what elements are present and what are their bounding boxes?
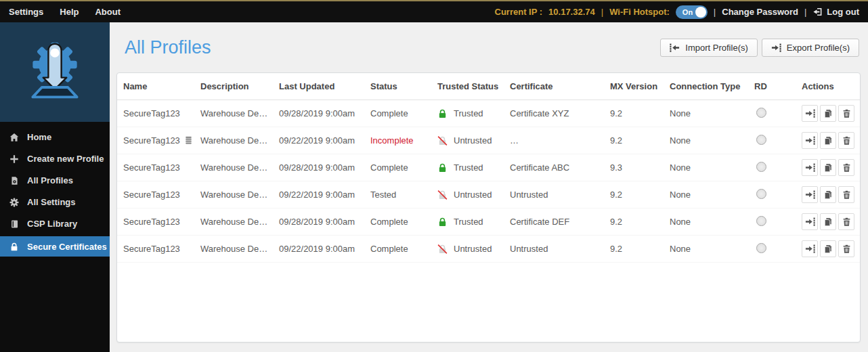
import-button-label: Import Profile(s) xyxy=(685,43,747,53)
rd-radio[interactable] xyxy=(756,108,766,118)
export-icon xyxy=(805,135,815,146)
cell-actions xyxy=(802,105,860,122)
sidebar-item-label: Secure Certificates xyxy=(27,242,107,252)
row-delete-button[interactable] xyxy=(838,213,854,230)
page-title: All Profiles xyxy=(125,37,211,58)
change-password-link[interactable]: Change Password xyxy=(722,7,798,17)
cell-connection-type: None xyxy=(670,244,754,254)
export-icon xyxy=(805,244,815,254)
current-ip-label: Current IP : xyxy=(495,7,543,17)
export-button-label: Export Profile(s) xyxy=(787,43,850,53)
gear-icon xyxy=(9,198,20,207)
row-delete-button[interactable] xyxy=(838,159,854,176)
import-icon xyxy=(670,43,680,53)
cell-connection-type: None xyxy=(670,108,754,118)
lock-trusted-icon xyxy=(437,217,448,227)
row-delete-button[interactable] xyxy=(838,132,854,149)
cell-trusted-status: Untrusted xyxy=(437,135,510,146)
row-export-button[interactable] xyxy=(802,132,818,149)
rd-radio[interactable] xyxy=(756,216,766,226)
row-copy-button[interactable] xyxy=(820,213,836,230)
row-export-button[interactable] xyxy=(802,186,818,203)
main-content: All Profiles Import Profile(s) Export Pr… xyxy=(110,22,868,352)
table-row[interactable]: SecureTag123 Warehouse De… 09/28/2019 9:… xyxy=(117,208,860,236)
cell-status: Complete xyxy=(370,108,437,118)
table-row[interactable]: SecureTag123 Warehouse De… 09/28/2019 9:… xyxy=(117,154,860,181)
row-export-button[interactable] xyxy=(802,105,818,122)
row-copy-button[interactable] xyxy=(820,240,836,257)
row-copy-button[interactable] xyxy=(820,132,836,149)
sidebar-item-create-new-profile[interactable]: Create new Profile xyxy=(0,150,110,168)
import-profiles-button[interactable]: Import Profile(s) xyxy=(660,39,757,57)
row-export-button[interactable] xyxy=(802,159,818,176)
cell-rd xyxy=(754,189,802,201)
column-header-connection-type: Connection Type xyxy=(670,81,754,91)
sidebar-item-home[interactable]: Home xyxy=(0,128,110,146)
cell-certificate: Certificate XYZ xyxy=(510,108,610,118)
cell-certificate: Certificate ABC xyxy=(510,162,610,173)
wifi-toggle[interactable]: On xyxy=(676,5,708,19)
sidebar: Home Create new Profile All Profiles All… xyxy=(0,22,110,352)
copy-icon xyxy=(823,136,833,146)
cell-rd xyxy=(754,162,802,174)
lock-trusted-icon xyxy=(437,108,448,119)
cell-trusted-status: Trusted xyxy=(437,217,510,227)
row-copy-button[interactable] xyxy=(820,186,836,203)
cell-name: SecureTag123 xyxy=(123,162,200,173)
lock-trusted-icon xyxy=(437,162,448,173)
menu-settings[interactable]: Settings xyxy=(9,7,43,17)
menu-help[interactable]: Help xyxy=(60,7,79,17)
row-copy-button[interactable] xyxy=(820,105,836,122)
logout-link[interactable]: Log out xyxy=(812,7,859,17)
sidebar-item-secure-certificates[interactable]: Secure Certificates xyxy=(0,236,110,257)
row-delete-button[interactable] xyxy=(838,240,854,257)
cell-status: Complete xyxy=(370,162,437,173)
row-copy-button[interactable] xyxy=(820,159,836,176)
topbar-status: Current IP : 10.17.32.74 | Wi-Fi Hotspot… xyxy=(495,5,868,19)
column-header-mx-version: MX Version xyxy=(610,81,670,91)
row-delete-button[interactable] xyxy=(838,105,854,122)
column-header-rd: RD xyxy=(754,81,802,91)
copy-icon xyxy=(823,244,833,254)
export-icon xyxy=(771,43,781,53)
sidebar-item-all-settings[interactable]: All Settings xyxy=(0,193,110,211)
cell-certificate: Certificate DEF xyxy=(510,217,610,227)
row-export-button[interactable] xyxy=(802,240,818,257)
cell-mx-version: 9.2 xyxy=(610,217,670,227)
export-profiles-button[interactable]: Export Profile(s) xyxy=(762,39,859,57)
menu-about[interactable]: About xyxy=(95,7,121,17)
row-export-button[interactable] xyxy=(802,213,818,230)
rd-radio[interactable] xyxy=(756,135,766,145)
separator: | xyxy=(714,7,716,17)
lock-untrusted-icon xyxy=(437,135,448,146)
plus-icon xyxy=(9,154,20,164)
cell-certificate: … xyxy=(510,135,610,146)
table-row[interactable]: SecureTag123 Warehouse De… 09/22/2019 9:… xyxy=(117,236,860,263)
table-row[interactable]: SecureTag123 Warehouse De… 09/28/2019 9:… xyxy=(117,100,860,127)
rd-radio[interactable] xyxy=(756,243,766,253)
table-row[interactable]: SecureTag123 Warehouse De… 09/22/2019 9:… xyxy=(117,127,860,154)
rd-radio[interactable] xyxy=(756,162,766,172)
trash-icon xyxy=(842,217,851,227)
export-icon xyxy=(805,217,815,227)
sidebar-item-all-profiles[interactable]: All Profiles xyxy=(0,171,110,190)
sidebar-item-label: Create new Profile xyxy=(27,154,104,164)
separator: | xyxy=(804,7,806,17)
table-header-row: NameDescriptionLast UpdatedStatusTrusted… xyxy=(117,73,860,100)
rd-radio[interactable] xyxy=(756,189,766,199)
cell-name: SecureTag123 xyxy=(123,108,200,118)
export-icon xyxy=(805,190,815,200)
trash-icon xyxy=(842,136,851,146)
cell-connection-type: None xyxy=(670,135,754,146)
trash-icon xyxy=(842,163,851,173)
cell-connection-type: None xyxy=(670,190,754,200)
cell-trusted-status: Untrusted xyxy=(437,190,510,200)
table-row[interactable]: SecureTag123 Warehouse De… 09/22/2019 9:… xyxy=(117,181,860,208)
cell-description: Warehouse De… xyxy=(200,108,279,118)
row-delete-button[interactable] xyxy=(838,186,854,203)
lock-untrusted-icon xyxy=(437,244,448,255)
sidebar-item-csp-library[interactable]: CSP Library xyxy=(0,215,110,233)
cell-name: SecureTag123 xyxy=(123,217,200,227)
trash-icon xyxy=(842,244,851,254)
sidebar-item-label: Home xyxy=(27,132,51,142)
